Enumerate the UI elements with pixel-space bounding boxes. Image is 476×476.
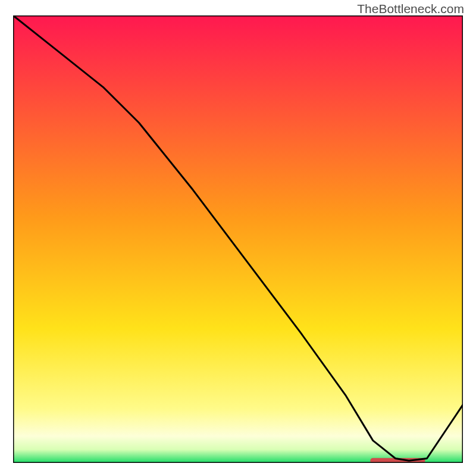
chart-background: [13, 15, 463, 463]
chart-canvas: [13, 15, 463, 463]
chart-svg: [13, 15, 463, 463]
watermark-text: TheBottleneck.com: [357, 2, 464, 16]
